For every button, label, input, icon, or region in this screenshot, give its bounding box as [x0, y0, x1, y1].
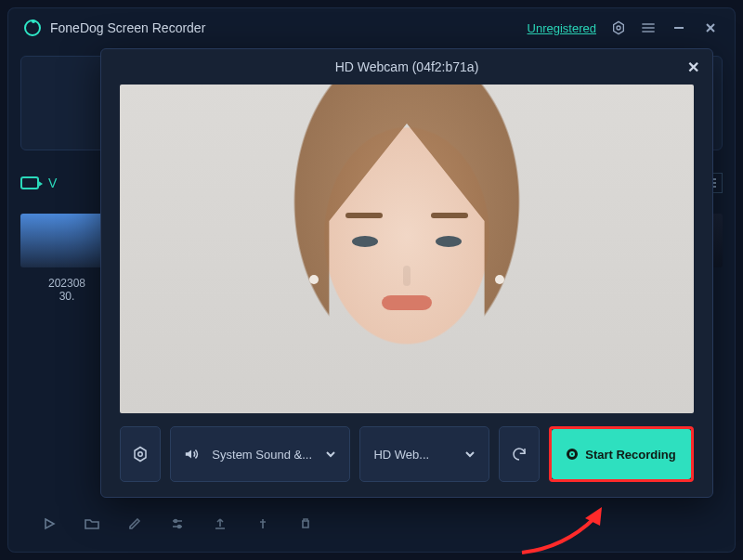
record-button-highlight: Start Recording [549, 426, 694, 482]
bottom-toolbar [41, 515, 314, 532]
svg-point-1 [617, 26, 620, 30]
menu-icon[interactable] [641, 20, 656, 35]
modal-close-icon[interactable]: ✕ [687, 59, 699, 76]
trash-icon[interactable] [297, 515, 314, 532]
thumbnail-label: 30. [20, 290, 113, 303]
webcam-modal: HD Webcam (04f2:b71a) ✕ System Sound &..… [100, 48, 713, 498]
brand-logo-icon [24, 20, 41, 36]
preview-person-eyes [352, 236, 462, 247]
webcam-section-icon [20, 176, 39, 189]
titlebar: FoneDog Screen Recorder Unregistered [7, 7, 736, 48]
record-button-label: Start Recording [585, 448, 676, 462]
thumbnail-label: 202308 [20, 277, 113, 290]
section-label: V [48, 176, 57, 190]
titlebar-right: Unregistered [528, 20, 719, 36]
preview-person-nose [403, 266, 411, 286]
gear-icon [132, 446, 149, 462]
audio-source-label: System Sound &... [212, 448, 312, 462]
pin-icon[interactable] [254, 515, 271, 532]
preview-person-lips [382, 295, 432, 310]
svg-point-19 [178, 526, 181, 528]
settings-gear-icon[interactable] [611, 20, 626, 35]
folder-icon[interactable] [84, 515, 100, 532]
svg-point-21 [138, 452, 143, 457]
volume-icon [184, 448, 199, 461]
svg-marker-15 [46, 519, 54, 528]
minimize-button[interactable] [671, 20, 687, 36]
thumbnail-image [20, 214, 113, 267]
brand-title: FoneDog Screen Recorder [50, 20, 205, 35]
modal-controls: System Sound &... HD Web... Start Record… [120, 426, 694, 482]
preview-person-brows [345, 213, 468, 218]
refresh-icon [511, 446, 528, 462]
chevron-down-icon [464, 449, 476, 460]
share-icon[interactable] [212, 515, 228, 532]
webcam-preview [120, 85, 694, 413]
play-icon[interactable] [41, 515, 58, 532]
sliders-icon[interactable] [169, 515, 186, 532]
svg-marker-0 [614, 21, 624, 33]
annotation-arrow [513, 501, 615, 557]
record-dot-icon [567, 449, 578, 460]
svg-point-18 [175, 520, 177, 523]
preview-person-hair [230, 85, 583, 413]
refresh-button[interactable] [499, 426, 540, 482]
modal-title: HD Webcam (04f2:b71a) [335, 59, 479, 74]
start-recording-button[interactable]: Start Recording [552, 429, 691, 479]
audio-source-dropdown[interactable]: System Sound &... [170, 426, 350, 482]
list-item[interactable]: 202308 30. [20, 214, 113, 303]
svg-marker-20 [135, 448, 146, 462]
camera-source-label: HD Web... [373, 448, 429, 462]
edit-icon[interactable] [126, 515, 143, 532]
unregistered-link[interactable]: Unregistered [528, 21, 596, 35]
close-button[interactable] [702, 20, 719, 36]
modal-titlebar: HD Webcam (04f2:b71a) ✕ [101, 49, 712, 85]
camera-source-dropdown[interactable]: HD Web... [359, 426, 489, 482]
modal-settings-button[interactable] [120, 426, 161, 482]
chevron-down-icon [325, 449, 336, 460]
